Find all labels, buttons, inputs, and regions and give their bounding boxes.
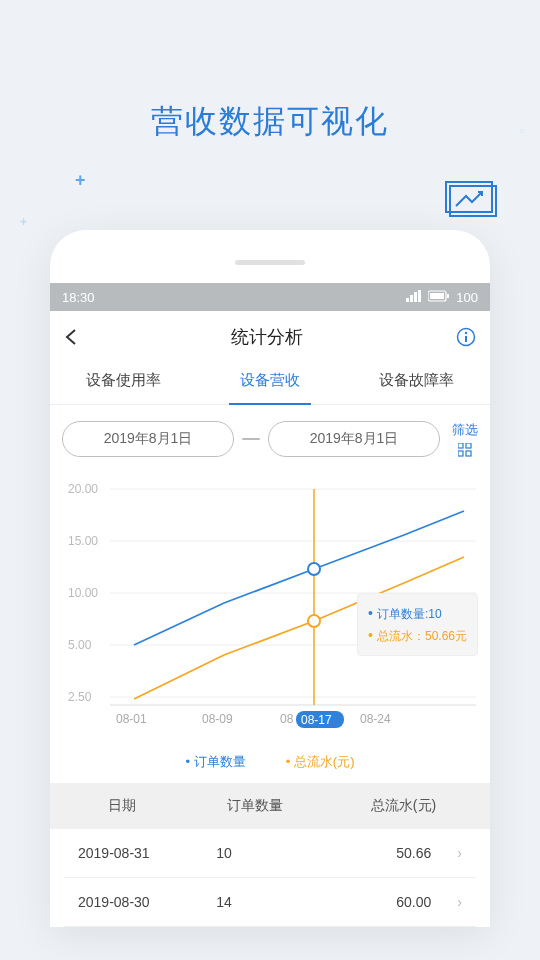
cell-date: 2019-08-31	[78, 845, 216, 861]
tabs-bar: 设备使用率 设备营收 设备故障率	[50, 359, 490, 405]
svg-text:15.00: 15.00	[68, 534, 98, 548]
date-start-picker[interactable]: 2019年8月1日	[62, 421, 234, 457]
series-dot-icon: •	[368, 627, 373, 643]
tab-usage-rate[interactable]: 设备使用率	[50, 359, 197, 404]
cell-revenue: 50.66	[324, 845, 432, 861]
decoration-plus-icon: +	[20, 215, 27, 229]
filter-button[interactable]: 筛选	[448, 421, 478, 457]
svg-text:2.50: 2.50	[68, 690, 92, 704]
svg-rect-2	[406, 298, 409, 302]
filter-label: 筛选	[452, 421, 478, 439]
tab-revenue[interactable]: 设备营收	[197, 359, 344, 404]
svg-rect-7	[430, 293, 444, 299]
cell-orders: 10	[216, 845, 324, 861]
svg-rect-11	[465, 336, 467, 342]
svg-point-28	[308, 563, 320, 575]
svg-text:08-01: 08-01	[116, 712, 147, 726]
date-range-separator	[242, 438, 260, 440]
svg-text:5.00: 5.00	[68, 638, 92, 652]
info-icon[interactable]	[456, 327, 476, 347]
legend-item-orders: • 订单数量	[185, 753, 245, 771]
battery-icon	[428, 290, 450, 305]
svg-rect-8	[447, 294, 449, 298]
svg-text:20.00: 20.00	[68, 482, 98, 496]
svg-text:10.00: 10.00	[68, 586, 98, 600]
nav-title: 统计分析	[231, 325, 303, 349]
table-row[interactable]: 2019-08-31 10 50.66 ›	[64, 829, 476, 878]
chart-legend: • 订单数量 • 总流水(元)	[50, 739, 490, 783]
page-heading: 营收数据可视化	[0, 0, 540, 144]
chevron-right-icon: ›	[431, 894, 462, 910]
svg-text:08-09: 08-09	[202, 712, 233, 726]
svg-rect-5	[418, 290, 421, 302]
svg-rect-12	[458, 443, 463, 448]
svg-rect-14	[458, 451, 463, 456]
table-header-orders: 订单数量	[185, 797, 325, 815]
phone-mockup: 18:30 100 统计分析 设备使用率 设备营收 设备故障率 2019年8月1…	[50, 230, 490, 927]
filter-icon	[458, 443, 472, 457]
chart-tooltip: •订单数量:10 •总流水：50.66元	[357, 593, 478, 656]
phone-notch	[235, 260, 305, 265]
svg-text:08-24: 08-24	[360, 712, 391, 726]
svg-rect-15	[466, 451, 471, 456]
svg-point-29	[308, 615, 320, 627]
tab-failure-rate[interactable]: 设备故障率	[343, 359, 490, 404]
cell-date: 2019-08-30	[78, 894, 216, 910]
date-range-row: 2019年8月1日 2019年8月1日 筛选	[50, 405, 490, 465]
cell-revenue: 60.00	[324, 894, 432, 910]
chart-area: 20.00 15.00 10.00 5.00 2.50 08-01 08-09 …	[50, 465, 490, 739]
svg-text:08-17: 08-17	[301, 713, 332, 727]
table-row[interactable]: 2019-08-30 14 60.00 ›	[64, 878, 476, 927]
decoration-plus-icon: +	[75, 170, 86, 191]
series-dot-icon: •	[368, 605, 373, 621]
nav-bar: 统计分析	[50, 311, 490, 359]
legend-item-revenue: • 总流水(元)	[286, 753, 355, 771]
status-bar: 18:30 100	[50, 283, 490, 311]
back-icon[interactable]	[64, 328, 78, 346]
table-header-revenue: 总流水(元)	[325, 797, 482, 815]
svg-text:08: 08	[280, 712, 294, 726]
decoration-circle-icon: ○	[519, 125, 525, 136]
battery-level: 100	[456, 290, 478, 305]
status-time: 18:30	[62, 290, 95, 305]
chevron-right-icon: ›	[431, 845, 462, 861]
svg-rect-13	[466, 443, 471, 448]
date-end-picker[interactable]: 2019年8月1日	[268, 421, 440, 457]
cell-orders: 14	[216, 894, 324, 910]
svg-rect-3	[410, 295, 413, 302]
svg-rect-4	[414, 292, 417, 302]
chart-decoration-icon	[444, 180, 500, 226]
table-header: 日期 订单数量 总流水(元)	[50, 783, 490, 829]
signal-icon	[406, 290, 422, 305]
table-header-date: 日期	[58, 797, 185, 815]
svg-point-10	[465, 332, 467, 334]
